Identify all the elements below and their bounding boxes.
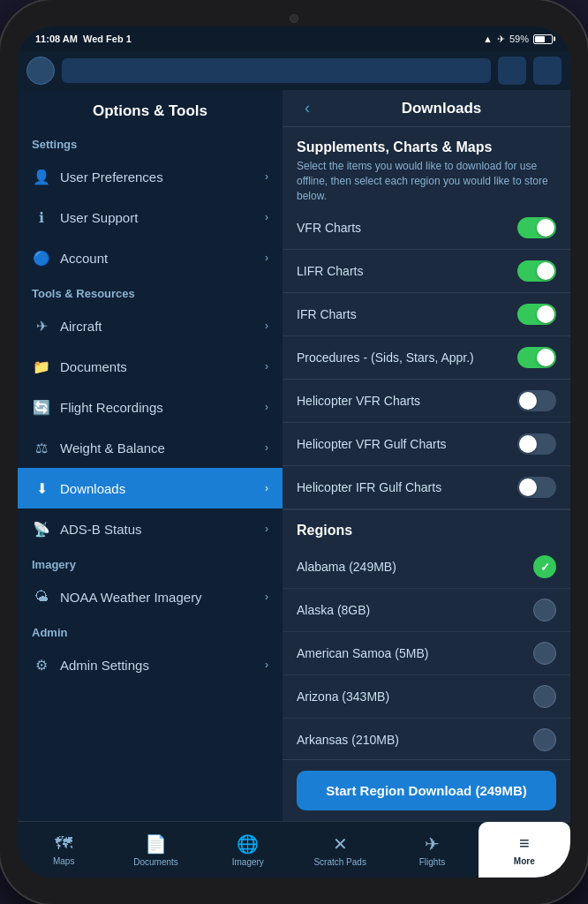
chevron-icon: › [265, 482, 268, 494]
heli-vfr-label: Helicopter VFR Charts [297, 394, 420, 408]
sidebar-item-admin-settings[interactable]: ⚙ Admin Settings › [18, 644, 283, 685]
chevron-icon: › [265, 523, 268, 535]
sidebar-item-user-prefs[interactable]: 👤 User Preferences › [18, 156, 283, 197]
sidebar-label-noaa: NOAA Weather Imagery [60, 590, 256, 605]
procedures-label: Procedures - (Sids, Stars, Appr.) [297, 350, 474, 365]
american-samoa-check[interactable] [533, 642, 556, 665]
sidebar-label-downloads: Downloads [60, 481, 256, 496]
sidebar-item-noaa[interactable]: 🌤 NOAA Weather Imagery › [18, 576, 283, 617]
start-download-button[interactable]: Start Region Download (249MB) [297, 771, 556, 810]
sidebar-item-ads-b[interactable]: 📡 ADS-B Status › [18, 508, 283, 549]
section-title-block: Supplements, Charts & Maps Select the it… [283, 127, 570, 207]
procedures-toggle[interactable] [517, 347, 556, 368]
arizona-label: Arizona (343MB) [297, 689, 389, 704]
aircraft-icon: ✈ [32, 316, 51, 335]
documents-tab-label: Documents [133, 857, 178, 867]
chevron-icon: › [265, 401, 268, 413]
section-main-title: Supplements, Charts & Maps [297, 139, 556, 155]
sidebar-header: Options & Tools [18, 90, 283, 129]
search-bar[interactable] [62, 58, 491, 83]
user-avatar[interactable] [26, 56, 55, 85]
region-row-alabama[interactable]: Alabama (249MB) [283, 546, 570, 589]
lifr-charts-label: LIFR Charts [297, 264, 363, 278]
tab-documents[interactable]: 📄 Documents [109, 822, 201, 878]
vfr-charts-toggle[interactable] [517, 217, 556, 238]
tools-section-label: Tools & Resources [18, 278, 283, 305]
imagery-tab-icon: 🌐 [237, 833, 259, 855]
sidebar-item-documents[interactable]: 📁 Documents › [18, 346, 283, 387]
back-button[interactable]: ‹ [297, 99, 318, 117]
ifr-charts-toggle[interactable] [517, 304, 556, 325]
vfr-charts-label: VFR Charts [297, 221, 361, 235]
tab-imagery[interactable]: 🌐 Imagery [202, 822, 294, 878]
documents-tab-icon: 📄 [145, 833, 167, 855]
sidebar-item-flight-recordings[interactable]: 🔄 Flight Recordings › [18, 387, 283, 427]
sidebar-item-account[interactable]: 🔵 Account › [18, 237, 283, 278]
region-row-arkansas[interactable]: Arkansas (210MB) [283, 719, 570, 759]
sidebar-label-aircraft: Aircraft [60, 319, 256, 334]
sidebar-label-ads-b: ADS-B Status [60, 522, 256, 537]
lifr-charts-toggle[interactable] [517, 260, 556, 282]
region-row-alaska[interactable]: Alaska (8GB) [283, 589, 570, 632]
toggle-row-heli-vfr: Helicopter VFR Charts [283, 380, 570, 423]
sidebar-item-aircraft[interactable]: ✈ Aircraft › [18, 305, 283, 346]
tablet-screen: 11:08 AM Wed Feb 1 ▲ ✈ 59% Opti [18, 26, 570, 878]
more-tab-icon: ≡ [519, 833, 530, 854]
sidebar-label-user-prefs: User Preferences [60, 170, 256, 185]
arizona-check[interactable] [533, 685, 556, 708]
region-row-american-samoa[interactable]: American Samoa (5MB) [283, 632, 570, 675]
right-panel: ‹ Downloads Supplements, Charts & Maps S… [283, 90, 570, 821]
flight-recordings-icon: 🔄 [32, 397, 51, 417]
alaska-label: Alaska (8GB) [297, 603, 370, 617]
alabama-check[interactable] [533, 555, 556, 578]
maps-tab-icon: 🗺 [55, 833, 72, 854]
scratch-pads-tab-icon: ✕ [333, 833, 348, 855]
nav-action-btn-2[interactable] [533, 56, 562, 85]
battery-pct: 59% [509, 34, 529, 44]
tab-bar: 🗺 Maps 📄 Documents 🌐 Imagery ✕ Scratch P… [18, 821, 570, 878]
chevron-icon: › [265, 320, 268, 332]
chevron-icon: › [265, 591, 268, 603]
status-indicators: ▲ ✈ 59% [483, 34, 553, 45]
heli-vfr-toggle[interactable] [517, 390, 556, 411]
camera [290, 14, 298, 23]
toggle-row-ifr-charts: IFR Charts [283, 293, 570, 336]
heli-ifr-gulf-toggle[interactable] [517, 477, 556, 498]
arkansas-label: Arkansas (210MB) [297, 733, 399, 747]
sidebar-item-weight-balance[interactable]: ⚖ Weight & Balance › [18, 427, 283, 468]
sidebar-item-downloads[interactable]: ⬇ Downloads › [18, 468, 283, 508]
sidebar-label-user-support: User Support [60, 210, 256, 225]
downloads-icon: ⬇ [32, 478, 51, 498]
weight-balance-icon: ⚖ [32, 438, 51, 457]
tab-more[interactable]: ≡ More [479, 822, 570, 878]
tab-maps[interactable]: 🗺 Maps [18, 822, 109, 878]
imagery-section-label: Imagery [18, 549, 283, 576]
user-prefs-icon: 👤 [32, 167, 51, 186]
noaa-icon: 🌤 [32, 587, 51, 606]
alaska-check[interactable] [533, 599, 556, 622]
section-subtitle: Select the items you would like to downl… [297, 159, 556, 203]
panel-title: Downloads [327, 100, 556, 117]
chevron-icon: › [265, 170, 268, 183]
ads-b-icon: 📡 [32, 519, 51, 539]
tab-scratch-pads[interactable]: ✕ Scratch Pads [294, 822, 386, 878]
chevron-icon: › [265, 252, 268, 264]
american-samoa-label: American Samoa (5MB) [297, 646, 428, 660]
imagery-tab-label: Imagery [232, 857, 264, 867]
alabama-label: Alabama (249MB) [297, 560, 396, 574]
tablet-device: 11:08 AM Wed Feb 1 ▲ ✈ 59% Opti [0, 0, 588, 904]
flights-tab-icon: ✈ [425, 833, 440, 855]
sidebar-item-user-support[interactable]: ℹ User Support › [18, 197, 283, 237]
sidebar-label-weight-balance: Weight & Balance [60, 441, 256, 456]
nav-action-btn-1[interactable] [498, 56, 526, 85]
documents-icon: 📁 [32, 357, 51, 376]
region-row-arizona[interactable]: Arizona (343MB) [283, 675, 570, 719]
arkansas-check[interactable] [533, 728, 556, 751]
tab-flights[interactable]: ✈ Flights [386, 822, 478, 878]
sidebar-label-account: Account [60, 251, 256, 266]
sidebar-label-admin-settings: Admin Settings [60, 658, 256, 673]
chevron-icon: › [265, 659, 268, 671]
toggle-row-heli-ifr-gulf: Helicopter IFR Gulf Charts [283, 466, 570, 509]
download-btn-row: Start Region Download (249MB) [283, 759, 570, 821]
heli-vfr-gulf-toggle[interactable] [517, 433, 556, 455]
